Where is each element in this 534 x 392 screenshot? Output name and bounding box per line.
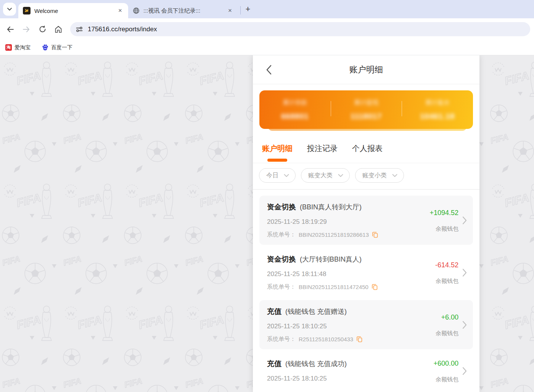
- transaction-type: 资金切换: [267, 254, 296, 264]
- forward-button[interactable]: [18, 21, 34, 37]
- tab-account-detail[interactable]: 账户明细: [262, 140, 293, 162]
- page-content: FIFA FIFA 账户明细 累计存款 668801: [0, 55, 534, 392]
- summary-value-masked: 1118017: [331, 112, 402, 121]
- wallet-type: 余额钱包: [436, 330, 458, 337]
- chevron-right-icon: [462, 367, 467, 375]
- tab-label: 投注记录: [307, 143, 338, 154]
- tab-personal-report[interactable]: 个人报表: [352, 140, 383, 162]
- order-label: 系统单号：: [267, 231, 296, 238]
- bookmark-baidu[interactable]: du 百度一下: [42, 44, 72, 51]
- browser-tab-strip: Welcome × :::视讯 会员下注纪录::: × +: [0, 0, 534, 18]
- transaction-datetime: 2025-11-25 18:11:48: [267, 270, 400, 278]
- chevron-right-icon: [462, 268, 467, 277]
- summary-label-masked: 累计存款: [259, 99, 331, 107]
- order-label: 系统单号：: [267, 336, 296, 343]
- transaction-type: 资金切换: [267, 202, 296, 212]
- panel-header: 账户明细: [253, 55, 479, 84]
- taobao-icon: 淘: [5, 44, 12, 51]
- transaction-subtitle: (BBIN真人转到大厅): [300, 202, 362, 212]
- transaction-subtitle: (大厅转到BBIN真人): [300, 255, 362, 264]
- wallet-type: 余额钱包: [436, 278, 458, 285]
- site-settings-icon[interactable]: [76, 26, 83, 33]
- browser-tab-welcome[interactable]: Welcome ×: [18, 3, 128, 18]
- filter-date-dropdown[interactable]: 今日: [259, 168, 296, 183]
- chevron-down-icon: [338, 174, 343, 177]
- bookmark-label: 百度一下: [51, 44, 72, 51]
- filter-category-minor-dropdown[interactable]: 账变小类: [355, 168, 404, 183]
- summary-section: 累计存款 668801 累计提现 1118017 累计返水 10461.18: [259, 90, 473, 129]
- report-tabs: 账户明细 投注记录 个人报表: [253, 138, 479, 163]
- bookmark-label: 爱淘宝: [14, 44, 31, 51]
- summary-value-masked: 668801: [259, 112, 331, 121]
- chevron-down-icon: [284, 174, 289, 177]
- transaction-type: 充值: [267, 359, 281, 369]
- close-tab-icon[interactable]: ×: [226, 6, 234, 15]
- back-chevron-icon: [266, 65, 272, 75]
- transaction-row[interactable]: 充值 (钱能钱包 充值赠送) 2025-11-25 18:10:25 系统单号：…: [259, 300, 473, 349]
- reload-button[interactable]: [34, 21, 50, 37]
- transaction-amount: -614.52: [435, 261, 458, 269]
- account-detail-panel: 账户明细 累计存款 668801 累计提现 1118017 累计返水 10461…: [253, 55, 479, 392]
- chevron-down-icon: [392, 174, 397, 177]
- address-bar[interactable]: 175616.cc/reports/index: [70, 22, 530, 36]
- close-tab-icon[interactable]: ×: [116, 6, 124, 15]
- browser-tab-betting-records[interactable]: :::视讯 会员下注纪录::: ×: [128, 3, 238, 18]
- transaction-amount: +1094.52: [429, 209, 458, 217]
- summary-col-1: 累计存款 668801: [259, 99, 331, 121]
- tab-bet-records[interactable]: 投注记录: [307, 140, 338, 162]
- summary-card: 累计存款 668801 累计提现 1118017 累计返水 10461.18: [259, 90, 473, 129]
- copy-icon[interactable]: [372, 231, 378, 238]
- transaction-type: 充值: [267, 307, 281, 316]
- transaction-datetime: 2025-11-25 18:10:25: [267, 323, 400, 330]
- filter-category-major-dropdown[interactable]: 账变大类: [301, 168, 350, 183]
- bookmark-aitaobao[interactable]: 淘 爱淘宝: [5, 44, 31, 51]
- tab-title: :::视讯 会员下注纪录:::: [143, 7, 226, 14]
- summary-col-2: 累计提现 1118017: [331, 99, 402, 121]
- reload-icon: [39, 25, 47, 33]
- transaction-datetime: 2025-11-25 18:10:25: [267, 375, 400, 382]
- site-favicon: [23, 7, 31, 14]
- home-button[interactable]: [50, 21, 66, 37]
- transaction-row[interactable]: 充值 (钱能钱包 充值成功) 2025-11-25 18:10:25 +600.…: [259, 352, 473, 390]
- order-label: 系统单号：: [267, 283, 296, 291]
- copy-icon[interactable]: [356, 336, 363, 342]
- transaction-list: 资金切换 (BBIN真人转到大厅) 2025-11-25 18:19:29 系统…: [253, 190, 479, 390]
- wallet-type: 余额钱包: [436, 225, 458, 233]
- tab-divider: [240, 6, 241, 14]
- order-number: R2511251810250433: [299, 336, 353, 342]
- transaction-row[interactable]: 资金切换 (大厅转到BBIN真人) 2025-11-25 18:11:48 系统…: [259, 248, 473, 297]
- transaction-amount: +6.00: [441, 313, 458, 321]
- svg-text:du: du: [44, 47, 47, 50]
- transaction-subtitle: (钱能钱包 充值赠送): [285, 307, 347, 316]
- summary-col-3: 累计返水 10461.18: [402, 99, 473, 121]
- url-text: 175616.cc/reports/index: [88, 26, 157, 33]
- summary-label-masked: 累计提现: [331, 99, 402, 107]
- transaction-amount: +600.00: [433, 360, 458, 368]
- forward-arrow-icon: [22, 25, 31, 34]
- back-button[interactable]: [2, 21, 18, 37]
- globe-icon: [133, 7, 140, 14]
- summary-value-masked: 10461.18: [402, 112, 473, 121]
- back-nav-button[interactable]: [263, 55, 275, 84]
- transaction-subtitle: (钱能钱包 充值成功): [285, 359, 347, 368]
- filter-row: 今日 账变大类 账变小类: [253, 163, 479, 190]
- page-title: 账户明细: [349, 64, 383, 76]
- chevron-right-icon: [462, 321, 467, 329]
- wallet-type: 余额钱包: [436, 376, 458, 383]
- browser-toolbar: 175616.cc/reports/index: [0, 18, 534, 40]
- bookmarks-bar: 淘 爱淘宝 du 百度一下: [0, 40, 534, 55]
- baidu-paw-icon: du: [42, 44, 48, 51]
- copy-icon[interactable]: [372, 284, 378, 290]
- gold-emblem-icon: [24, 8, 29, 13]
- transaction-row[interactable]: 资金切换 (BBIN真人转到大厅) 2025-11-25 18:19:29 系统…: [259, 196, 473, 245]
- active-tab-underline: [267, 159, 287, 162]
- new-tab-button[interactable]: +: [242, 3, 254, 15]
- chevron-down-icon: [7, 8, 12, 11]
- tab-title: Welcome: [34, 8, 116, 14]
- tab-search-button[interactable]: [3, 3, 16, 16]
- order-number: BBIN202511251811472450: [299, 284, 368, 290]
- summary-label-masked: 累计返水: [402, 99, 473, 107]
- order-number: BBIN202511251819286613: [299, 231, 369, 238]
- chevron-right-icon: [462, 216, 467, 225]
- home-icon: [54, 25, 63, 34]
